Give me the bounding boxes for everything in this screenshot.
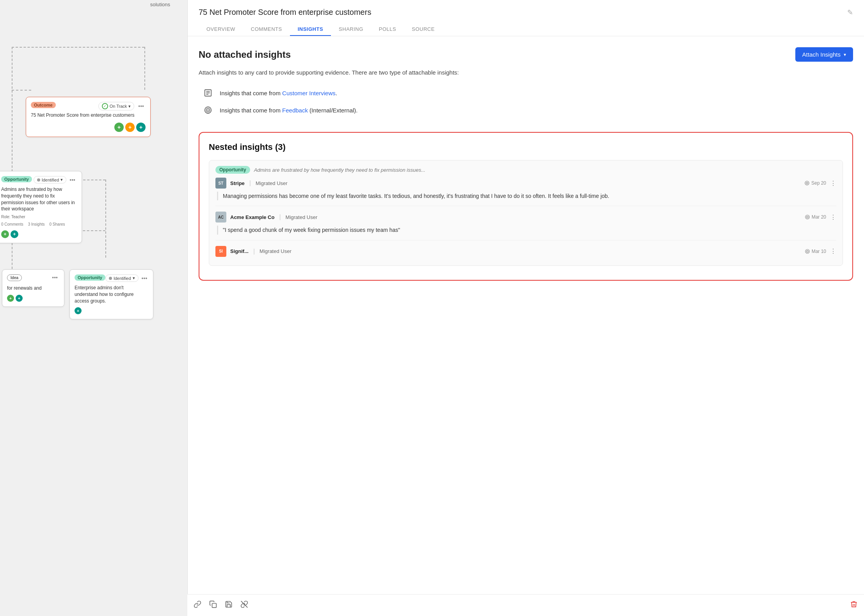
- save-icon[interactable]: [225, 600, 233, 610]
- tab-polls[interactable]: POLLS: [371, 23, 404, 36]
- canvas-area: solutions Outcome ✓ On Track ▾ •••: [0, 0, 187, 616]
- insight-entry-signif: SI Signif... | Migrated User Mar 10: [215, 246, 836, 257]
- avatar-acme: AC: [215, 212, 226, 223]
- svg-point-10: [806, 216, 808, 218]
- connector-line: [105, 180, 106, 258]
- copy-icon[interactable]: [209, 600, 217, 610]
- add-button-green[interactable]: +: [114, 123, 124, 132]
- date-signif: Mar 10: [805, 249, 826, 254]
- entry-menu-button-stripe[interactable]: ⋮: [830, 180, 836, 187]
- connector-line: [12, 47, 144, 48]
- feedback-date-icon-signif: [805, 249, 810, 254]
- unlink-icon[interactable]: [240, 600, 248, 610]
- tab-source[interactable]: SOURCE: [404, 23, 443, 36]
- on-track-status[interactable]: ✓ On Track ▾: [98, 102, 135, 110]
- no-insights-section: No attached insights Attach Insights ▾ A…: [199, 47, 853, 116]
- card-role: Role: Teacher: [1, 215, 77, 219]
- svg-rect-13: [212, 604, 217, 608]
- svg-point-7: [805, 181, 809, 185]
- insight-card-opportunity: Opportunity Admins are frustrated by how…: [209, 160, 843, 266]
- insight-type-feedback: Insights that come from Feedback (Intern…: [202, 104, 853, 116]
- insights-count: 3 Insights: [28, 222, 45, 226]
- check-icon: ✓: [102, 103, 108, 109]
- outcome-tag: Outcome: [31, 102, 56, 108]
- nested-insights-section: Nested insights (3) Opportunity Admins a…: [199, 132, 853, 281]
- solutions-label: solutions: [149, 0, 172, 9]
- idea-tag: Idea: [7, 274, 22, 281]
- add-button-teal[interactable]: +: [136, 123, 146, 132]
- entry-menu-button-signif[interactable]: ⋮: [830, 247, 836, 255]
- add-button-idea[interactable]: +: [7, 295, 14, 302]
- insight-opportunity-tag: Opportunity: [215, 166, 250, 174]
- add-button-orange[interactable]: +: [125, 123, 135, 132]
- status-dot: [37, 178, 40, 182]
- idea-more-button[interactable]: •••: [50, 274, 59, 281]
- shares-count: 0 Shares: [50, 222, 65, 226]
- quote-stripe: Managing permissions has become one of m…: [217, 192, 836, 200]
- tab-comments[interactable]: COMMENTS: [243, 23, 290, 36]
- identified-status-2[interactable]: Identified ▾: [105, 274, 139, 282]
- add-button-opp1-green[interactable]: +: [1, 230, 9, 238]
- nested-insights-title: Nested insights (3): [209, 142, 843, 152]
- opportunity-card-2[interactable]: Opportunity Identified ▾ ••• Enterprise …: [69, 269, 153, 319]
- insight-type-interviews: Insights that come from Customer Intervi…: [202, 87, 853, 99]
- tabs-bar: OVERVIEW COMMENTS INSIGHTS SHARING POLLS…: [199, 23, 853, 36]
- add-button-idea-teal[interactable]: +: [16, 295, 23, 302]
- opportunity-card-title-2: Enterprise admins don't understand how t…: [75, 285, 148, 304]
- link-icon[interactable]: [194, 600, 201, 610]
- edit-icon[interactable]: ✎: [847, 8, 853, 17]
- opportunity-tag-2: Opportunity: [75, 274, 105, 281]
- outcome-card[interactable]: Outcome ✓ On Track ▾ ••• 75 Net Promoter…: [26, 97, 151, 137]
- source-name-signif: Signif...: [230, 248, 249, 254]
- opportunity-more-button-1[interactable]: •••: [68, 177, 77, 183]
- insight-types-list: Insights that come from Customer Intervi…: [202, 87, 853, 116]
- avatar-stripe: ST: [215, 178, 226, 189]
- entry-menu-button-acme[interactable]: ⋮: [830, 214, 836, 221]
- status-dot-2: [109, 277, 112, 280]
- outcome-card-title: 75 Net Promoter Score from enterprise cu…: [31, 112, 146, 119]
- source-name-acme: Acme Example Co: [230, 214, 274, 220]
- list-icon: [202, 87, 214, 99]
- tab-sharing[interactable]: SHARING: [331, 23, 371, 36]
- avatar-signif: SI: [215, 246, 226, 257]
- tab-overview[interactable]: OVERVIEW: [199, 23, 243, 36]
- opportunity-tag-1: Opportunity: [1, 176, 32, 182]
- panel-title: 75 Net Promoter Score from enterprise cu…: [199, 8, 371, 17]
- user-stripe: Migrated User: [256, 180, 288, 186]
- connector-line: [144, 47, 145, 90]
- idea-card-title: for renewals and: [7, 285, 59, 292]
- identified-status[interactable]: Identified ▾: [34, 176, 67, 183]
- no-insights-description: Attach insights to any card to provide s…: [199, 68, 472, 77]
- add-button-opp1-teal[interactable]: +: [11, 230, 18, 238]
- date-stripe: Sep 20: [804, 180, 826, 186]
- comments-count: 0 Comments: [1, 222, 23, 226]
- attach-insights-button[interactable]: Attach Insights ▾: [795, 47, 853, 62]
- svg-point-11: [805, 249, 809, 254]
- add-button-opp2[interactable]: +: [75, 307, 82, 314]
- opportunity-more-button-2[interactable]: •••: [140, 275, 149, 281]
- bottom-toolbar: [187, 594, 864, 616]
- svg-point-9: [805, 215, 809, 219]
- tab-insights[interactable]: INSIGHTS: [290, 23, 331, 36]
- separator: |: [249, 180, 251, 187]
- svg-point-12: [806, 250, 808, 252]
- connector-line: [12, 90, 31, 91]
- feedback-link[interactable]: Feedback: [282, 107, 308, 114]
- separator-acme: |: [279, 214, 281, 221]
- no-insights-title: No attached insights: [199, 49, 291, 60]
- outcome-more-button[interactable]: •••: [137, 103, 146, 109]
- user-signif: Migrated User: [260, 248, 292, 254]
- source-name-stripe: Stripe: [230, 180, 245, 186]
- panel-header: 75 Net Promoter Score from enterprise cu…: [188, 0, 864, 36]
- svg-point-8: [806, 182, 808, 184]
- panel-content: No attached insights Attach Insights ▾ A…: [188, 36, 864, 616]
- quote-acme: "I spend a good chunk of my week fixing …: [217, 226, 836, 234]
- feedback-icon: [202, 104, 214, 116]
- customer-interviews-link[interactable]: Customer Interviews: [282, 90, 336, 96]
- idea-card[interactable]: Idea ••• for renewals and + +: [2, 269, 64, 307]
- opportunity-card-1[interactable]: Opportunity Identified ▾ ••• Admins are …: [0, 171, 82, 243]
- insight-entry-stripe: ST Stripe | Migrated User Sep 20: [215, 178, 836, 206]
- separator-signif: |: [253, 248, 255, 255]
- delete-icon[interactable]: [850, 600, 858, 610]
- user-acme: Migrated User: [286, 214, 318, 220]
